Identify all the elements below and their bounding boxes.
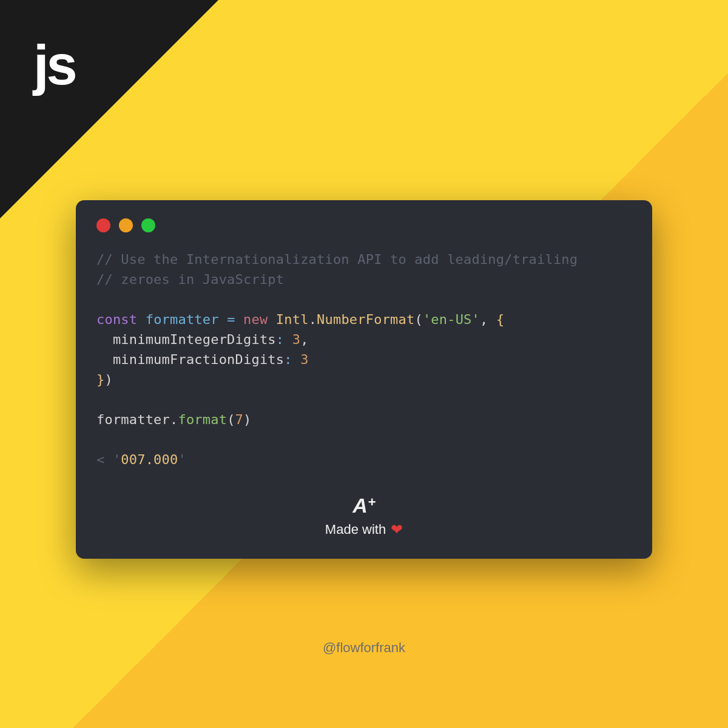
brand-logo: A+ <box>96 494 632 517</box>
code-identifier: formatter <box>96 412 170 427</box>
code-identifier: formatter <box>146 312 219 327</box>
minimize-icon[interactable] <box>119 218 133 232</box>
brand-footer: A+ Made with ❤ <box>96 494 632 538</box>
code-block: // Use the Internationalization API to a… <box>96 249 632 470</box>
code-window: // Use the Internationalization API to a… <box>76 200 652 559</box>
code-string: 'en-US' <box>423 312 480 327</box>
code-number: 7 <box>235 412 243 427</box>
code-class: NumberFormat <box>317 312 414 327</box>
code-class: Intl <box>276 312 309 327</box>
author-handle: @flowforfrank <box>0 640 728 656</box>
code-keyword: new <box>243 312 268 327</box>
made-with-label: Made with ❤ <box>96 521 632 538</box>
code-keyword: const <box>96 312 137 327</box>
code-output: 007.000 <box>121 452 178 467</box>
code-comment: // Use the Internationalization API to a… <box>96 252 578 267</box>
code-property: minimumFractionDigits <box>113 352 284 367</box>
code-number: 3 <box>292 332 300 347</box>
window-controls <box>96 218 632 232</box>
corner-decoration <box>0 0 218 218</box>
close-icon[interactable] <box>96 218 110 232</box>
code-property: minimumIntegerDigits <box>113 332 276 347</box>
code-operator: = <box>219 312 243 327</box>
code-comment: // zeroes in JavaScript <box>96 272 284 287</box>
maximize-icon[interactable] <box>141 218 155 232</box>
output-arrow-icon: < <box>96 452 113 467</box>
code-number: 3 <box>300 352 308 367</box>
heart-icon: ❤ <box>391 521 403 538</box>
language-badge: js <box>33 33 75 97</box>
code-method: format <box>178 412 227 427</box>
